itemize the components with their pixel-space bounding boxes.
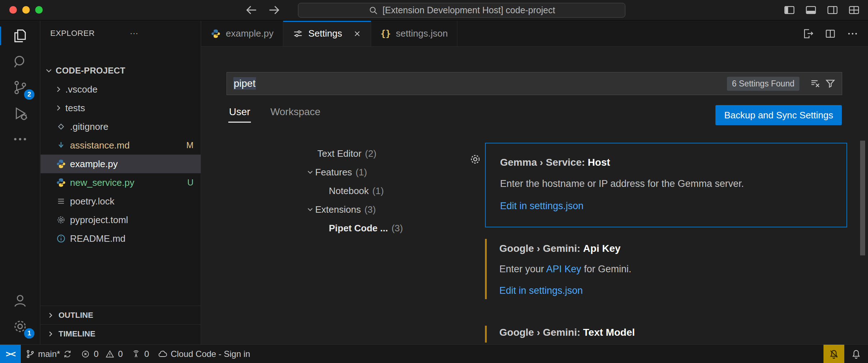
tree-item-readme-md[interactable]: README.md <box>41 229 201 248</box>
api-key-link[interactable]: API Key <box>546 264 582 274</box>
tree-root-code-project[interactable]: CODE-PROJECT <box>41 61 201 80</box>
chevron-right-icon <box>46 330 55 338</box>
setting-gemma-service-host[interactable]: Gemma › Service: Host Enter the hostname… <box>485 143 847 227</box>
tab-settings-json[interactable]: {} settings.json <box>371 21 457 46</box>
notifications-bell-icon[interactable] <box>844 349 868 359</box>
tree-item-tests[interactable]: tests <box>41 99 201 117</box>
tree-item-label: poetry.lock <box>70 196 115 207</box>
toc-features[interactable]: Features (1) <box>304 163 472 182</box>
git-status-badge: M <box>186 140 193 150</box>
setting-title: Google › Gemini: Text Model <box>499 326 836 339</box>
open-settings-json-icon[interactable] <box>802 28 814 40</box>
scope-tab-user[interactable]: User <box>228 102 251 123</box>
git-file-icon <box>56 122 66 132</box>
account-icon <box>12 292 28 309</box>
customize-layout-icon[interactable] <box>848 4 860 16</box>
setting-google-gemini-api-key[interactable]: Google › Gemini: Api Key Enter your API … <box>485 237 847 301</box>
problems-status-item[interactable]: 0 0 <box>76 345 127 363</box>
maximize-window-button[interactable] <box>35 6 43 14</box>
activity-run-debug[interactable] <box>0 100 40 126</box>
edit-in-settings-json-link[interactable]: Edit in settings.json <box>499 285 836 296</box>
alert-status-item[interactable] <box>823 345 844 363</box>
sync-changes-icon[interactable] <box>63 349 72 359</box>
tree-item-example-py[interactable]: example.py <box>41 155 201 173</box>
toggle-panel-icon[interactable] <box>805 4 817 16</box>
toggle-secondary-sidebar-icon[interactable] <box>826 4 839 16</box>
setting-google-gemini-text-model[interactable]: Google › Gemini: Text Model <box>485 324 847 344</box>
toc-notebook[interactable]: Notebook (1) <box>304 182 472 200</box>
tree-item-new-service-py[interactable]: new_service.py U <box>41 173 201 192</box>
editor-group: example.py Settings {} settings.json <box>201 21 868 344</box>
toc-count: (1) <box>356 167 367 178</box>
remote-label: >< <box>6 349 15 359</box>
ports-status-item[interactable]: 0 <box>127 345 153 363</box>
activity-account[interactable] <box>0 288 40 314</box>
clear-search-filters-icon[interactable] <box>809 78 821 89</box>
filter-icon[interactable] <box>825 78 836 89</box>
toc-count: (2) <box>365 148 377 159</box>
back-arrow-icon[interactable] <box>245 4 258 16</box>
setting-name: Host <box>588 157 610 168</box>
tab-label: settings.json <box>396 28 448 39</box>
toggle-primary-sidebar-icon[interactable] <box>783 4 795 16</box>
command-center-text: [Extension Development Host] code-projec… <box>383 5 555 15</box>
setting-category: Gemma › Service: <box>500 157 585 168</box>
cloud-icon <box>158 349 168 359</box>
backup-sync-settings-button[interactable]: Backup and Sync Settings <box>715 105 842 125</box>
remote-indicator[interactable]: >< <box>0 345 21 363</box>
activity-bar: 2 1 <box>0 21 40 344</box>
tree-item-gitignore[interactable]: .gitignore <box>41 117 201 136</box>
settings-search-input[interactable]: pipet 6 Settings Found <box>227 72 842 95</box>
forward-arrow-icon[interactable] <box>268 4 281 16</box>
tree-item-assistance-md[interactable]: assistance.md M <box>41 136 201 155</box>
setting-manage-gear-icon[interactable] <box>469 153 482 166</box>
settings-badge: 1 <box>24 328 34 339</box>
branch-status-item[interactable]: main* <box>21 345 76 363</box>
tree-item-label: CODE-PROJECT <box>56 66 125 76</box>
explorer-more-actions-icon[interactable]: ··· <box>130 29 138 38</box>
python-file-icon <box>56 178 66 188</box>
edit-in-settings-json-link[interactable]: Edit in settings.json <box>500 200 836 212</box>
python-file-icon <box>56 159 66 169</box>
outline-section-header[interactable]: OUTLINE <box>41 306 201 324</box>
toc-text-editor[interactable]: Text Editor (2) <box>304 144 472 163</box>
scope-tab-workspace[interactable]: Workspace <box>270 102 321 123</box>
tab-settings[interactable]: Settings <box>283 21 371 46</box>
lock-file-icon <box>56 196 66 206</box>
more-actions-icon[interactable] <box>846 28 859 40</box>
activity-source-control[interactable]: 2 <box>0 75 40 100</box>
timeline-section-header[interactable]: TIMELINE <box>41 324 201 343</box>
activity-more[interactable] <box>0 126 40 152</box>
settings-scrollbar[interactable] <box>860 141 865 255</box>
close-tab-icon[interactable] <box>353 29 361 38</box>
traffic-lights <box>9 6 43 14</box>
section-label: TIMELINE <box>59 329 95 339</box>
tree-item-vscode[interactable]: .vscode <box>41 80 201 99</box>
chevron-right-icon <box>54 103 63 113</box>
explorer-title: EXPLORER <box>50 29 95 38</box>
close-window-button[interactable] <box>9 6 17 14</box>
split-editor-icon[interactable] <box>824 28 836 40</box>
tree-item-pyproject-toml[interactable]: pyproject.toml <box>41 211 201 229</box>
markdown-file-icon <box>56 140 66 150</box>
settings-count-badge: 6 Settings Found <box>727 77 799 91</box>
chevron-right-icon <box>54 85 63 94</box>
explorer-sidebar: EXPLORER ··· CODE-PROJECT .vscode tests <box>41 21 201 344</box>
tree-item-label: new_service.py <box>70 177 134 188</box>
toc-pipet-code[interactable]: Pipet Code ... (3) <box>304 219 472 237</box>
cloud-code-label: Cloud Code - Sign in <box>171 349 250 359</box>
command-center[interactable]: [Extension Development Host] code-projec… <box>298 3 625 18</box>
activity-settings[interactable]: 1 <box>0 314 40 339</box>
tab-example-py[interactable]: example.py <box>201 21 283 46</box>
activity-search[interactable] <box>0 49 40 75</box>
activity-explorer[interactable] <box>0 23 40 49</box>
setting-title: Google › Gemini: Api Key <box>499 242 836 255</box>
chevron-down-icon <box>305 205 315 214</box>
settings-scope-tabs: User Workspace <box>228 102 321 123</box>
cloud-code-status-item[interactable]: Cloud Code - Sign in <box>153 345 254 363</box>
minimize-window-button[interactable] <box>22 6 30 14</box>
toc-extensions[interactable]: Extensions (3) <box>304 200 472 219</box>
tree-item-poetry-lock[interactable]: poetry.lock <box>41 192 201 211</box>
error-icon <box>81 349 90 359</box>
setting-description: Enter the hostname or IP address for the… <box>500 178 836 189</box>
